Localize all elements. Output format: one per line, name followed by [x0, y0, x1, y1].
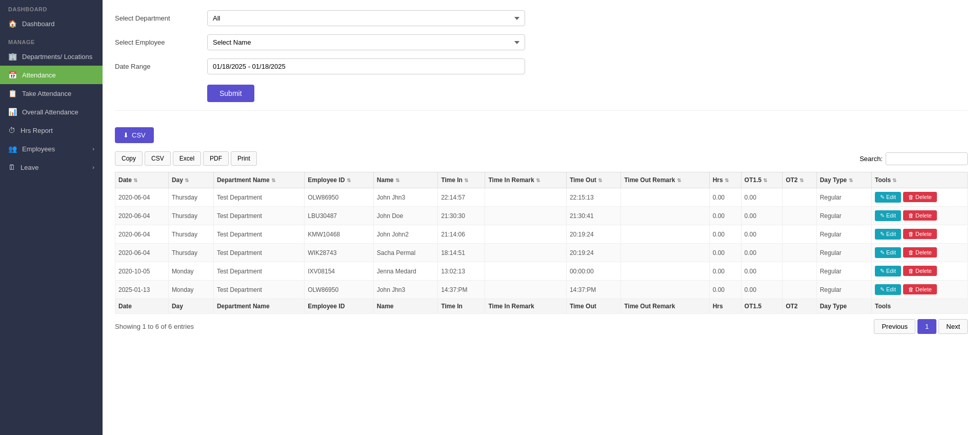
- delete-button[interactable]: 🗑 Delete: [903, 210, 937, 221]
- col-day[interactable]: Day ⇅: [168, 172, 213, 188]
- footer-cell-day_type: Day Type: [816, 299, 871, 314]
- csv-export-button[interactable]: ⬇ CSV: [115, 127, 154, 143]
- sidebar-item-attendance[interactable]: 📅 Attendance: [0, 66, 103, 84]
- cell-dept: Test Department: [213, 281, 304, 299]
- sort-icon: ⇅: [133, 177, 137, 183]
- edit-button[interactable]: ✎ Edit: [875, 192, 901, 203]
- edit-button[interactable]: ✎ Edit: [875, 284, 901, 295]
- col-emp_id[interactable]: Employee ID ⇅: [305, 172, 374, 188]
- cell-time_out_remark: [621, 244, 709, 262]
- sidebar-item-take-attendance[interactable]: 📋 Take Attendance: [0, 84, 103, 103]
- delete-button[interactable]: 🗑 Delete: [903, 247, 937, 258]
- sort-icon: ⇅: [677, 177, 681, 183]
- col-ot2[interactable]: OT2 ⇅: [783, 172, 817, 188]
- select-employee-input[interactable]: Select Name: [207, 34, 525, 50]
- col-dept[interactable]: Department Name ⇅: [213, 172, 304, 188]
- sidebar-item-label: Employees: [22, 145, 55, 153]
- sidebar-item-hrs-report[interactable]: ⏱ Hrs Report: [0, 121, 103, 140]
- csv-button[interactable]: CSV: [145, 151, 171, 166]
- cell-dept: Test Department: [213, 262, 304, 281]
- cell-dept: Test Department: [213, 207, 304, 225]
- date-range-input[interactable]: [207, 58, 525, 74]
- sidebar-item-dashboard[interactable]: 🏠 Dashboard: [0, 14, 103, 33]
- pdf-button[interactable]: PDF: [203, 151, 229, 166]
- cell-time_out: 21:30:41: [566, 207, 621, 225]
- pagination-bar: Showing 1 to 6 of 6 entries Previous 1 N…: [115, 319, 968, 334]
- cell-name: John Jhn3: [373, 281, 437, 299]
- next-button[interactable]: Next: [938, 319, 968, 334]
- previous-button[interactable]: Previous: [874, 319, 915, 334]
- cell-time_in_remark: [485, 281, 566, 299]
- edit-button[interactable]: ✎ Edit: [875, 210, 901, 221]
- cell-name: Jenna Medard: [373, 262, 437, 281]
- cell-date: 2020-06-04: [115, 207, 169, 225]
- submit-button[interactable]: Submit: [207, 85, 254, 102]
- footer-cell-time_out: Time Out: [566, 299, 621, 314]
- col-time_in_remark[interactable]: Time In Remark ⇅: [485, 172, 566, 188]
- pagination: Previous 1 Next: [874, 319, 968, 334]
- page-1-button[interactable]: 1: [917, 319, 936, 334]
- col-time_out_remark[interactable]: Time Out Remark ⇅: [621, 172, 709, 188]
- cell-hrs: 0.00: [709, 281, 741, 299]
- cell-time_out: 20:19:24: [566, 244, 621, 262]
- sidebar-icon: 🏠: [8, 19, 17, 28]
- col-day_type[interactable]: Day Type ⇅: [816, 172, 871, 188]
- download-icon: ⬇: [123, 131, 129, 139]
- col-time_out[interactable]: Time Out ⇅: [566, 172, 621, 188]
- copy-button[interactable]: Copy: [115, 151, 143, 166]
- chevron-right-icon: ›: [92, 164, 94, 170]
- sidebar-item-leave[interactable]: 🗓 Leave ›: [0, 158, 103, 176]
- cell-ot15: 0.00: [741, 188, 783, 207]
- table-row: 2020-06-04ThursdayTest DepartmentWIK2874…: [115, 244, 968, 262]
- col-hrs[interactable]: Hrs ⇅: [709, 172, 741, 188]
- sidebar-icon: 📅: [8, 71, 17, 79]
- sidebar-icon: 🗓: [8, 163, 15, 171]
- table-row: 2020-06-04ThursdayTest DepartmentLBU3048…: [115, 207, 968, 225]
- col-name[interactable]: Name ⇅: [373, 172, 437, 188]
- cell-ot2: [783, 207, 817, 225]
- cell-day: Thursday: [168, 207, 213, 225]
- table-body: 2020-06-04ThursdayTest DepartmentOLW8695…: [115, 188, 968, 299]
- cell-emp_id: OLW86950: [305, 281, 374, 299]
- cell-tools: ✎ Edit🗑 Delete: [871, 262, 967, 281]
- cell-date: 2020-10-05: [115, 262, 169, 281]
- edit-button[interactable]: ✎ Edit: [875, 229, 901, 240]
- col-tools[interactable]: Tools ⇅: [871, 172, 967, 188]
- cell-ot2: [783, 244, 817, 262]
- delete-button[interactable]: 🗑 Delete: [903, 192, 937, 202]
- cell-time_in_remark: [485, 207, 566, 225]
- edit-button[interactable]: ✎ Edit: [875, 247, 901, 258]
- cell-date: 2020-06-04: [115, 244, 169, 262]
- delete-button[interactable]: 🗑 Delete: [903, 229, 937, 239]
- cell-emp_id: KMW10468: [305, 225, 374, 244]
- cell-name: Sacha Permal: [373, 244, 437, 262]
- col-date[interactable]: Date ⇅: [115, 172, 169, 188]
- delete-button[interactable]: 🗑 Delete: [903, 284, 937, 294]
- cell-ot2: [783, 188, 817, 207]
- col-ot15[interactable]: OT1.5 ⇅: [741, 172, 783, 188]
- cell-emp_id: LBU30487: [305, 207, 374, 225]
- date-range-label: Date Range: [115, 63, 207, 70]
- select-department-input[interactable]: All: [207, 10, 525, 26]
- cell-time_in: 13:02:13: [438, 262, 485, 281]
- footer-cell-ot15: OT1.5: [741, 299, 783, 314]
- sidebar-section-title: DASHBOARD: [0, 0, 103, 14]
- sidebar-icon: 📊: [8, 108, 17, 116]
- search-input[interactable]: [886, 152, 968, 165]
- cell-day_type: Regular: [816, 281, 871, 299]
- edit-button[interactable]: ✎ Edit: [875, 266, 901, 276]
- col-time_in[interactable]: Time In ⇅: [438, 172, 485, 188]
- cell-time_in_remark: [485, 225, 566, 244]
- excel-button[interactable]: Excel: [173, 151, 201, 166]
- sidebar-item-overall-attendance[interactable]: 📊 Overall Attendance: [0, 103, 103, 121]
- sidebar-item-employees[interactable]: 👥 Employees ›: [0, 140, 103, 158]
- cell-time_out_remark: [621, 188, 709, 207]
- sort-icon: ⇅: [892, 177, 896, 183]
- sidebar-item-departments--locations[interactable]: 🏢 Departments/ Locations: [0, 47, 103, 66]
- select-department-row: Select Department All: [115, 10, 968, 26]
- cell-day: Monday: [168, 262, 213, 281]
- delete-button[interactable]: 🗑 Delete: [903, 266, 937, 276]
- print-button[interactable]: Print: [231, 151, 257, 166]
- table-row: 2020-06-04ThursdayTest DepartmentOLW8695…: [115, 188, 968, 207]
- select-employee-label: Select Employee: [115, 38, 207, 46]
